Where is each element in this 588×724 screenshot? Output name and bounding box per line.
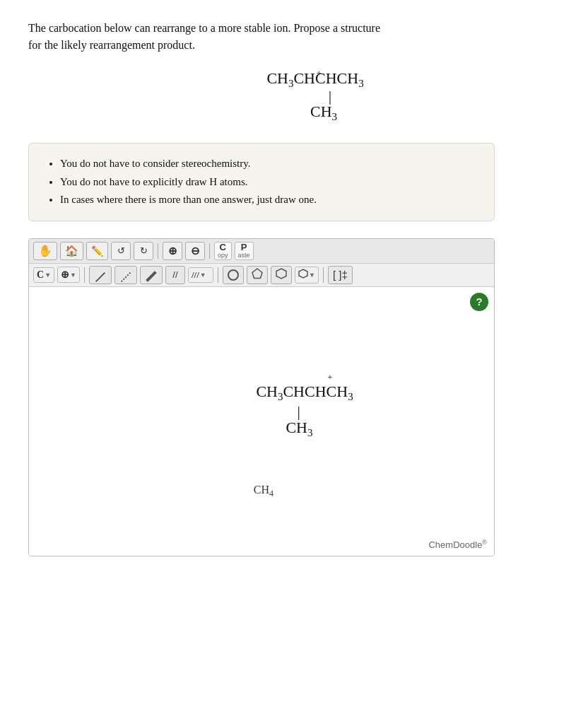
mol-branch-formula: CH3	[256, 419, 353, 439]
chemdoodle-brand: ChemDoodle®	[428, 539, 487, 550]
plus-circle-icon: ⊕	[61, 269, 69, 281]
hint-3: In cases where there is more than one an…	[60, 191, 477, 209]
question-line1: The carbocation below can rearrange to a…	[28, 22, 380, 34]
single-bond-button[interactable]	[89, 266, 112, 284]
toolbar-sep2	[209, 243, 210, 259]
ring-dropdown-icon	[298, 269, 308, 281]
dropdown-arrow-icon: ▼	[45, 272, 51, 279]
toolbar-row2: C ▼ ⊕ ▼ //	[29, 264, 494, 287]
help-icon: ?	[476, 296, 482, 308]
mol-formula-main: CH3CHCHCH3	[256, 382, 353, 404]
question-text: The carbocation below can rearrange to a…	[28, 20, 509, 54]
triple-bond-dropdown-arrow-icon: ▼	[200, 272, 206, 279]
molecule-proper: + CH3CHCHCH3 | CH3	[49, 373, 560, 439]
toolbar-sep1	[158, 243, 158, 259]
lasso-button[interactable]: ✏️	[86, 242, 108, 260]
brand-reg: ®	[482, 539, 487, 546]
copy-text: opy	[218, 252, 228, 259]
element-label: C	[37, 269, 44, 281]
bold-bond-icon	[145, 269, 158, 280]
ring-dropdown-arrow-icon: ▼	[309, 272, 315, 279]
mol-branch-line: |	[296, 90, 363, 103]
bracket-button[interactable]: [ ]‡	[328, 266, 353, 284]
eraser-icon: 🏠	[65, 245, 78, 257]
zoom-out-icon: ⊖	[191, 245, 200, 257]
molecule-structure: + CH3CHCHCH3 | CH3	[71, 69, 560, 123]
eraser-button[interactable]: 🏠	[60, 242, 83, 260]
canvas-mol-subscript: 4	[269, 489, 274, 498]
hand-icon: ✋	[38, 244, 52, 257]
bracket-icon: [ ]‡	[333, 269, 348, 281]
paste-letter: P	[241, 243, 247, 252]
toolbar-sep5	[323, 267, 324, 283]
zoom-in-button[interactable]: ⊕	[163, 242, 182, 260]
hint-1: You do not have to consider stereochemis…	[60, 155, 477, 173]
mol-branch-bar: |	[256, 404, 353, 419]
undo-button[interactable]: ↺	[111, 242, 131, 260]
question-line2: for the likely rearrangement product.	[28, 39, 195, 51]
toolbar-sep4	[218, 267, 218, 283]
help-button[interactable]: ?	[470, 293, 488, 311]
canvas-molecule: CH4	[254, 484, 274, 499]
hint-2: You do not have to explicitly draw H ato…	[60, 173, 477, 192]
mol-charge-plus: +	[316, 68, 321, 79]
dotted-bond-icon	[119, 269, 132, 280]
hints-list: You do not have to consider stereochemis…	[46, 155, 477, 209]
triple-bond-selector[interactable]: /// ▼	[188, 267, 213, 283]
undo-icon: ↺	[117, 245, 125, 256]
brand-name: ChemDoodle	[428, 539, 482, 550]
zoom-out-button[interactable]: ⊖	[185, 242, 205, 260]
toolbar-row1: ✋ 🏠 ✏️ ↺ ↻ ⊕ ⊖ C opy	[29, 239, 494, 264]
double-bond-icon: //	[172, 269, 177, 280]
ring-selector[interactable]: ▼	[295, 267, 319, 284]
zoom-in-icon: ⊕	[168, 245, 177, 257]
pentagon-ring-icon	[252, 268, 263, 281]
hand-tool-button[interactable]: ✋	[33, 242, 57, 260]
paste-text: aste	[238, 252, 250, 259]
lasso-icon: ✏️	[91, 245, 103, 257]
circle-ring-icon	[228, 269, 239, 281]
mol-branch-ch3: CH3	[283, 103, 363, 123]
svg-marker-2	[299, 269, 307, 278]
triple-bond-icon: ///	[192, 269, 199, 281]
paste-button[interactable]: P aste	[235, 242, 254, 260]
single-bond-icon	[94, 269, 107, 280]
copy-letter: C	[220, 243, 226, 252]
hints-box: You do not have to consider stereochemis…	[28, 143, 495, 221]
svg-marker-0	[252, 269, 262, 279]
redo-icon: ↻	[140, 245, 148, 256]
redo-button[interactable]: ↻	[134, 242, 153, 260]
ring-circle-button[interactable]	[223, 266, 244, 284]
ring-pentagon-button[interactable]	[247, 266, 268, 284]
copy-button[interactable]: C opy	[214, 242, 232, 260]
bold-bond-button[interactable]	[140, 266, 163, 284]
toolbar-sep3	[84, 267, 85, 283]
charge-dropdown-arrow-icon: ▼	[70, 272, 76, 279]
dotted-bond-button[interactable]	[114, 266, 137, 284]
hexagon-ring-icon	[276, 268, 287, 281]
double-bond-button[interactable]: //	[165, 266, 185, 284]
charge-selector[interactable]: ⊕ ▼	[57, 267, 80, 283]
mol-main-line: CH3CHCHCH3	[266, 69, 363, 90]
svg-marker-1	[276, 269, 286, 279]
ring-hexagon-button[interactable]	[271, 266, 292, 284]
element-selector[interactable]: C ▼	[33, 267, 54, 283]
